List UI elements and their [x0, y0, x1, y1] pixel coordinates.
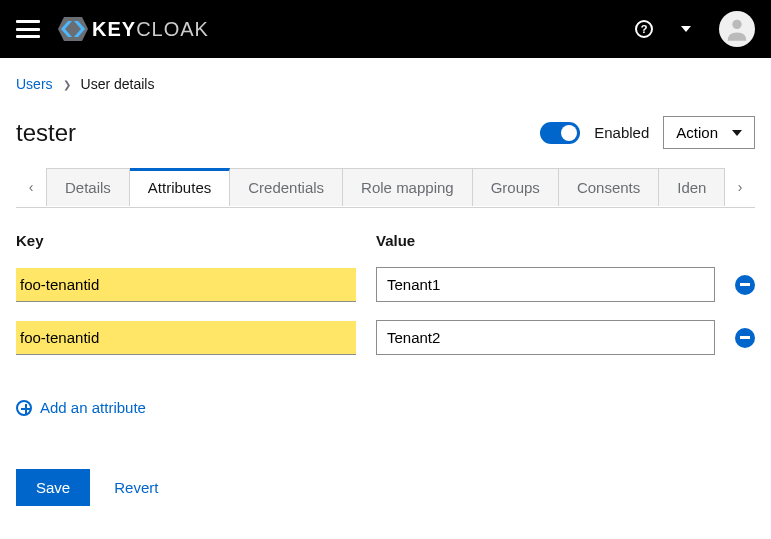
add-attribute-link[interactable]: Add an attribute: [16, 399, 146, 416]
save-button[interactable]: Save: [16, 469, 90, 506]
page-header: tester Enabled Action: [16, 116, 755, 149]
remove-attribute-icon[interactable]: [735, 328, 755, 348]
attribute-value-input[interactable]: [376, 320, 715, 355]
help-icon[interactable]: ?: [635, 20, 653, 38]
attribute-key-input[interactable]: [16, 268, 356, 302]
tab-consents[interactable]: Consents: [559, 168, 659, 206]
attribute-key-input[interactable]: [16, 321, 356, 355]
breadcrumb-current: User details: [81, 76, 155, 92]
attribute-row: [16, 320, 755, 355]
breadcrumb: Users ❯ User details: [16, 76, 755, 92]
topbar-left: KEYCLOAK: [16, 17, 209, 41]
caret-down-icon: [732, 130, 742, 136]
plus-circle-icon: [16, 400, 32, 416]
tab-credentials[interactable]: Credentials: [230, 168, 343, 206]
attribute-value-input[interactable]: [376, 267, 715, 302]
chevron-right-icon: ❯: [63, 79, 71, 90]
tab-iden[interactable]: Iden: [659, 168, 725, 206]
brand-logo[interactable]: KEYCLOAK: [58, 17, 209, 41]
tab-scroll-left[interactable]: ‹: [16, 167, 46, 207]
user-icon: [723, 15, 751, 43]
tab-scroll-right[interactable]: ›: [725, 167, 755, 207]
attributes-header: Key Value: [16, 232, 755, 249]
topbar-right: ?: [635, 11, 755, 47]
tab-role-mapping[interactable]: Role mapping: [343, 168, 473, 206]
value-column-header: Value: [376, 232, 755, 249]
header-controls: Enabled Action: [540, 116, 755, 149]
form-actions: Save Revert: [16, 469, 755, 506]
avatar[interactable]: [719, 11, 755, 47]
revert-button[interactable]: Revert: [114, 479, 158, 496]
breadcrumb-root[interactable]: Users: [16, 76, 53, 92]
enabled-label: Enabled: [594, 124, 649, 141]
attributes-section: Key Value Add an attribute: [16, 232, 755, 419]
svg-point-3: [732, 20, 741, 29]
tab-attributes[interactable]: Attributes: [130, 168, 230, 206]
enabled-toggle[interactable]: [540, 122, 580, 144]
keycloak-logo-icon: [58, 17, 88, 41]
key-column-header: Key: [16, 232, 356, 249]
menu-icon[interactable]: [16, 20, 40, 38]
topbar: KEYCLOAK ?: [0, 0, 771, 58]
tab-groups[interactable]: Groups: [473, 168, 559, 206]
action-dropdown[interactable]: Action: [663, 116, 755, 149]
attribute-row: [16, 267, 755, 302]
tabs: ‹ DetailsAttributesCredentialsRole mappi…: [16, 167, 755, 208]
page-title: tester: [16, 119, 76, 147]
remove-attribute-icon[interactable]: [735, 275, 755, 295]
content: Users ❯ User details tester Enabled Acti…: [0, 58, 771, 524]
tab-details[interactable]: Details: [46, 168, 130, 206]
brand-name: KEYCLOAK: [92, 18, 209, 41]
realm-dropdown-icon[interactable]: [681, 26, 691, 32]
